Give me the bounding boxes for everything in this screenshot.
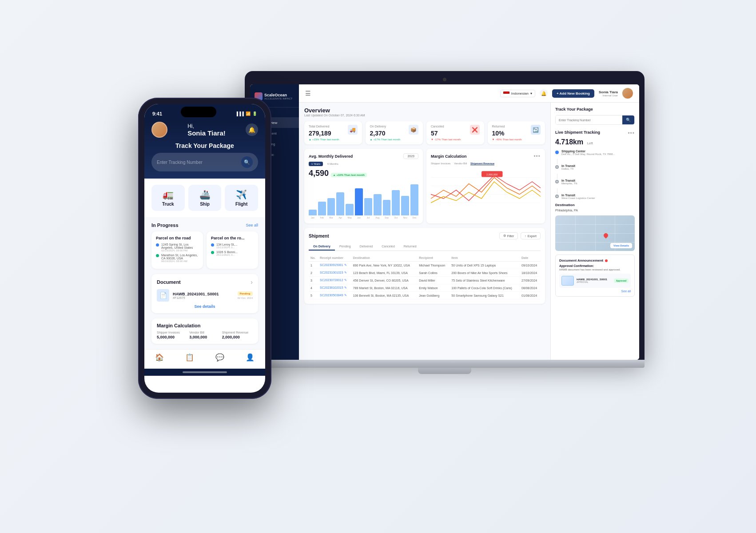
tab-1year[interactable]: 1 Years (309, 162, 323, 166)
stat-value-0: 279,189 (309, 130, 339, 137)
dynamic-island (181, 107, 216, 117)
document-chevron-icon: › (251, 278, 253, 286)
laptop-content: Overview Last Updated On October 07, 202… (299, 103, 639, 360)
bar-label-3: Apr (336, 216, 344, 219)
in-progress-header: In Progress See all (151, 223, 258, 228)
stat-canceled: Canceled 57 ▼-17% Than last month ❌ (426, 121, 484, 144)
export-button[interactable]: ↑ Export (521, 232, 541, 239)
see-all-button[interactable]: See all (246, 223, 258, 227)
doc-icon-mobile: 📄 (157, 289, 169, 302)
home-nav-icon: 🏠 (155, 353, 164, 362)
phone-document-section: Document › 📄 HAWB_20241001_S0001 #F12675… (151, 274, 258, 313)
margin-col-1: Vendor Bill 3,000,000 (189, 331, 220, 339)
stat-change-0: ▲+23% Than last month (309, 138, 339, 141)
stat-label-1: On Delivery (370, 125, 401, 128)
avg-chart-title: Avg. Monthly Delivered (309, 154, 353, 159)
margin-chart-menu[interactable]: ••• (533, 153, 541, 159)
hamburger-icon[interactable]: ☰ (305, 90, 311, 97)
phone-search-button[interactable]: 🔍 (241, 156, 253, 168)
approval-title: Approval Confirmation: (559, 264, 631, 267)
bar-3 (336, 192, 344, 216)
nav-home[interactable]: 🏠 (155, 353, 164, 362)
tab-6months[interactable]: 6 Months (325, 162, 341, 166)
doc-thumbnail (561, 276, 574, 286)
view-details-button[interactable]: View Details (610, 243, 632, 248)
tab-shipper-invoices[interactable]: Shipper Invoices (431, 162, 450, 165)
margin-tabs: Shipper Invoices Vendor Bill Shipment Re… (431, 162, 541, 165)
bar-label-11: Dec (410, 216, 418, 219)
shipment-table: No. Receipt number Destination Recipient… (309, 255, 541, 299)
bar-5 (355, 188, 363, 215)
shipment-tabs: On Delivery Pending Delivered Canceled R… (309, 243, 541, 251)
progress-dot-3 (211, 251, 214, 254)
flag-indonesia (503, 91, 509, 95)
bar-label-0: Jan (309, 216, 317, 219)
wifi-icon: 📶 (246, 111, 251, 116)
transport-truck[interactable]: 🚛 Truck (151, 185, 185, 211)
bar-label-1: Feb (318, 216, 326, 219)
charts-row: Avg. Monthly Delivered 2023 1 Years 6 Mo… (304, 149, 545, 223)
tracking-input[interactable] (556, 115, 622, 124)
bar-label-8: Sep (383, 216, 391, 219)
step-info-3: In Transit West Coast Logistics Center (561, 194, 595, 199)
step-dot-2 (555, 180, 559, 183)
nav-chat[interactable]: 💬 (215, 353, 224, 362)
stat-change-3: ▼-40% Than last month (492, 138, 522, 141)
tab-pending[interactable]: Pending (335, 243, 355, 251)
bar-label-2: Mar (327, 216, 335, 219)
track-search-button[interactable]: 🔍 (622, 115, 634, 124)
tab-vendor-bill[interactable]: Vendor Bill (454, 162, 467, 165)
profile-nav-icon: 👤 (246, 353, 255, 362)
language-selector[interactable]: Indonesian ▾ (500, 90, 535, 97)
bar-6 (364, 198, 372, 215)
add-booking-button[interactable]: + Add New Booking (552, 89, 594, 98)
transport-ship[interactable]: 🚢 Ship (188, 185, 222, 211)
tab-delivered[interactable]: Delivered (355, 243, 378, 251)
laptop-main: ☰ Indonesian ▾ 🔔 + Add New Booking Sonia… (299, 84, 639, 360)
laptop-notch-bar (250, 76, 639, 83)
see-all-link[interactable]: See all (559, 290, 631, 293)
nav-shipment[interactable]: 📋 (185, 353, 194, 362)
bar-label-7: Aug (374, 216, 382, 219)
approval-text: HAWB document has been reviewed and appr… (559, 268, 631, 271)
transport-flight[interactable]: ✈️ Flight (225, 185, 258, 211)
stat-icon-3: ↩️ (531, 125, 541, 135)
stat-value-2: 57 (431, 130, 461, 137)
live-tracking-title: Live Shipment Tracking (555, 130, 600, 135)
phone-header-row: Hi, Sonia Tiara! 🔔 (151, 122, 258, 138)
filter-button[interactable]: ⚙ Filter (499, 232, 518, 239)
destination-value: Philadelphia, PA (555, 209, 635, 212)
avg-big-number: 4,590 (309, 169, 329, 178)
in-progress-title: In Progress (151, 223, 179, 228)
home-indicator-bar (183, 371, 227, 373)
doc-id: APPROVAL (577, 281, 607, 283)
tab-returned[interactable]: Returned (399, 243, 421, 251)
bar-chart (309, 180, 418, 215)
step-dot-3 (555, 195, 559, 198)
table-row: 3 SC20230728012 ✎ 456 Denver St, Denver,… (309, 277, 541, 284)
tab-shipment-revenue[interactable]: Shipment Revenue (470, 162, 494, 165)
truck-label: Truck (155, 202, 181, 207)
track-step-2: In Transit Memphis, TN (555, 179, 635, 185)
phone-time: 9:41 (152, 111, 162, 116)
notification-bell-icon[interactable]: 🔔 (540, 89, 548, 97)
live-menu-icon[interactable]: ••• (628, 130, 635, 136)
doc-row: HAWB_20241001_S0001 APPROVAL Approved (559, 274, 631, 288)
margin-col-0: Shipper Invoices 5,000,000 (157, 331, 187, 339)
stat-label-0: Total Delivered (309, 125, 339, 128)
tab-on-delivery[interactable]: On Delivery (309, 243, 335, 251)
margin-svg: 2,000,000 (431, 168, 541, 212)
table-row: 1 SC20230915001 ✎ 890 Park Ave, New York… (309, 262, 541, 269)
nav-profile[interactable]: 👤 (246, 353, 255, 362)
phone-track-input[interactable]: Enter Tracking Number 🔍 (151, 153, 258, 171)
export-icon: ↑ (525, 235, 526, 238)
track-input-group[interactable]: 🔍 (555, 115, 635, 125)
progress-card-title-0: Parcel on the road (156, 236, 199, 240)
margin-chart-title: Margin Calculation (431, 154, 467, 159)
track-pkg-title: Track Your Package (555, 107, 635, 111)
phone-bell-icon[interactable]: 🔔 (246, 123, 258, 136)
track-step-1: In Transit Dallas, TX (555, 164, 635, 170)
tab-canceled[interactable]: Canceled (377, 243, 399, 251)
see-details-link[interactable]: See details (157, 304, 253, 309)
phone-top-section: Hi, Sonia Tiara! 🔔 Track Your Package En… (144, 122, 265, 179)
